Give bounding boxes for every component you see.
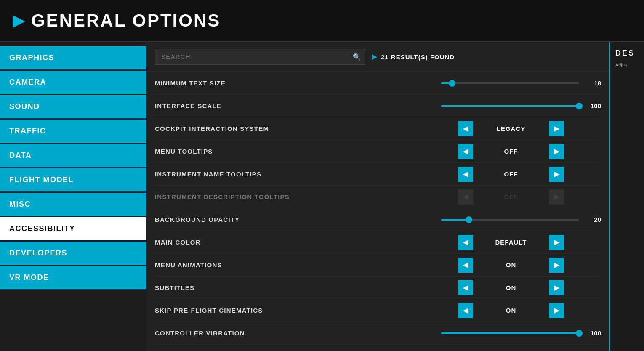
- slider-thumb-min-text-size[interactable]: [449, 80, 455, 87]
- search-bar: 🔍 ▶ 21 RESULT(S) FOUND: [146, 42, 609, 72]
- right-panel: DES Adjus: [609, 42, 644, 351]
- setting-label-menu-tooltips: MENU TOOLTIPS: [155, 148, 458, 155]
- sidebar-item-camera[interactable]: CAMERA: [0, 71, 146, 94]
- setting-row-main-color: MAIN COLOR◀DEFAULT▶: [155, 231, 601, 254]
- slider-control-min-text-size: 18: [441, 80, 601, 87]
- setting-row-background-opacity: BACKGROUND OPACITY20: [155, 208, 601, 231]
- toggle-right-btn-cockpit-interaction[interactable]: ▶: [549, 121, 564, 136]
- setting-row-subtitles: SUBTITLES◀ON▶: [155, 277, 601, 299]
- setting-row-menu-animations: MENU ANIMATIONS◀ON▶: [155, 254, 601, 277]
- cursor-settings-header: CURSOR SETTINGS: [155, 345, 601, 351]
- setting-row-min-text-size: MINIMUM TEXT SIZE18: [155, 72, 601, 95]
- sidebar-item-label-developers: DEVELOPERS: [9, 249, 67, 258]
- sidebar-item-graphics[interactable]: GRAPHICS: [0, 46, 146, 69]
- toggle-left-btn-main-color[interactable]: ◀: [458, 235, 473, 250]
- slider-thumb-background-opacity[interactable]: [466, 216, 472, 223]
- sidebar-item-label-graphics: GRAPHICS: [9, 53, 54, 62]
- setting-row-skip-preflight: SKIP PRE-FLIGHT CINEMATICS◀ON▶: [155, 299, 601, 322]
- setting-label-main-color: MAIN COLOR: [155, 239, 458, 246]
- toggle-control-menu-tooltips: ◀OFF▶: [458, 144, 601, 159]
- toggle-value-menu-tooltips: OFF: [473, 148, 549, 155]
- sidebar-item-label-flight-model: FLIGHT MODEL: [9, 176, 74, 184]
- sidebar: GRAPHICSCAMERASOUNDTRAFFICDATAFLIGHT MOD…: [0, 42, 146, 351]
- slider-control-background-opacity: 20: [441, 216, 601, 223]
- toggle-left-btn-instrument-desc-tooltips: ◀: [458, 189, 473, 205]
- toggle-right-btn-skip-preflight[interactable]: ▶: [549, 303, 564, 318]
- toggle-control-instrument-name-tooltips: ◀OFF▶: [458, 167, 601, 182]
- sidebar-item-data[interactable]: DATA: [0, 144, 146, 167]
- setting-label-cockpit-interaction: COCKPIT INTERACTION SYSTEM: [155, 125, 458, 132]
- slider-value-min-text-size: 18: [584, 80, 601, 87]
- toggle-value-cockpit-interaction: LEGACY: [473, 125, 549, 132]
- slider-track-interface-scale[interactable]: [441, 105, 579, 107]
- sidebar-item-label-data: DATA: [9, 151, 32, 160]
- sidebar-item-vr-mode[interactable]: VR MODE: [0, 266, 146, 289]
- toggle-left-btn-instrument-name-tooltips[interactable]: ◀: [458, 167, 473, 182]
- sidebar-item-accessibility[interactable]: ACCESSIBILITY: [0, 217, 146, 240]
- setting-row-cockpit-interaction: COCKPIT INTERACTION SYSTEM◀LEGACY▶: [155, 117, 601, 140]
- toggle-value-menu-animations: ON: [473, 261, 549, 269]
- slider-fill-controller-vibration: [441, 332, 579, 334]
- slider-thumb-controller-vibration[interactable]: [576, 330, 583, 337]
- slider-thumb-interface-scale[interactable]: [576, 103, 583, 109]
- results-arrow-icon: ▶: [372, 53, 378, 61]
- sidebar-item-label-accessibility: ACCESSIBILITY: [9, 224, 75, 233]
- right-panel-description: Adjus: [615, 62, 639, 68]
- toggle-right-btn-instrument-desc-tooltips: ▶: [549, 189, 564, 205]
- sidebar-item-label-vr-mode: VR MODE: [9, 273, 49, 282]
- header-icon: ▶: [13, 12, 24, 29]
- sidebar-item-label-sound: SOUND: [9, 102, 40, 111]
- toggle-control-cockpit-interaction: ◀LEGACY▶: [458, 121, 601, 136]
- toggle-right-btn-subtitles[interactable]: ▶: [549, 280, 564, 295]
- setting-label-min-text-size: MINIMUM TEXT SIZE: [155, 80, 441, 87]
- toggle-right-btn-main-color[interactable]: ▶: [549, 235, 564, 250]
- slider-track-background-opacity[interactable]: [441, 219, 579, 221]
- toggle-left-btn-subtitles[interactable]: ◀: [458, 280, 473, 295]
- sidebar-item-misc[interactable]: MISC: [0, 193, 146, 216]
- sidebar-item-label-camera: CAMERA: [9, 78, 46, 87]
- search-input[interactable]: [155, 49, 365, 65]
- setting-row-interface-scale: INTERFACE SCALE100: [155, 95, 601, 117]
- page-title: GENERAL OPTIONS: [31, 11, 221, 31]
- toggle-right-btn-menu-animations[interactable]: ▶: [549, 258, 564, 273]
- slider-track-min-text-size[interactable]: [441, 82, 579, 84]
- setting-label-menu-animations: MENU ANIMATIONS: [155, 261, 458, 269]
- toggle-left-btn-cockpit-interaction[interactable]: ◀: [458, 121, 473, 136]
- setting-row-instrument-name-tooltips: INSTRUMENT NAME TOOLTIPS◀OFF▶: [155, 163, 601, 186]
- setting-row-instrument-desc-tooltips: INSTRUMENT DESCRIPTION TOOLTIPS◀OFF▶: [155, 186, 601, 208]
- toggle-left-btn-menu-animations[interactable]: ◀: [458, 258, 473, 273]
- slider-control-interface-scale: 100: [441, 102, 601, 109]
- toggle-left-btn-menu-tooltips[interactable]: ◀: [458, 144, 473, 159]
- toggle-value-instrument-name-tooltips: OFF: [473, 170, 549, 178]
- sidebar-item-flight-model[interactable]: FLIGHT MODEL: [0, 168, 146, 191]
- setting-label-background-opacity: BACKGROUND OPACITY: [155, 216, 441, 223]
- toggle-value-skip-preflight: ON: [473, 307, 549, 314]
- setting-row-controller-vibration: CONTROLLER VIBRATION100: [155, 322, 601, 345]
- sidebar-item-developers[interactable]: DEVELOPERS: [0, 242, 146, 265]
- header: ▶ GENERAL OPTIONS: [0, 0, 644, 42]
- content-area: 🔍 ▶ 21 RESULT(S) FOUND MINIMUM TEXT SIZE…: [146, 42, 609, 351]
- slider-value-background-opacity: 20: [584, 216, 601, 223]
- slider-value-interface-scale: 100: [584, 102, 601, 109]
- sidebar-item-traffic[interactable]: TRAFFIC: [0, 120, 146, 143]
- sidebar-item-sound[interactable]: SOUND: [0, 95, 146, 118]
- toggle-right-btn-instrument-name-tooltips[interactable]: ▶: [549, 167, 564, 182]
- toggle-left-btn-skip-preflight[interactable]: ◀: [458, 303, 473, 318]
- toggle-value-subtitles: ON: [473, 284, 549, 291]
- right-panel-title: DES: [615, 49, 639, 58]
- toggle-control-main-color: ◀DEFAULT▶: [458, 235, 601, 250]
- toggle-right-btn-menu-tooltips[interactable]: ▶: [549, 144, 564, 159]
- sidebar-item-label-misc: MISC: [9, 200, 31, 209]
- main-layout: GRAPHICSCAMERASOUNDTRAFFICDATAFLIGHT MOD…: [0, 42, 644, 351]
- search-icon: 🔍: [353, 53, 361, 61]
- search-input-wrapper: 🔍: [155, 49, 365, 65]
- setting-label-instrument-desc-tooltips: INSTRUMENT DESCRIPTION TOOLTIPS: [155, 193, 458, 200]
- toggle-control-skip-preflight: ◀ON▶: [458, 303, 601, 318]
- slider-control-controller-vibration: 100: [441, 330, 601, 337]
- setting-label-skip-preflight: SKIP PRE-FLIGHT CINEMATICS: [155, 307, 458, 314]
- slider-track-controller-vibration[interactable]: [441, 332, 579, 334]
- setting-label-controller-vibration: CONTROLLER VIBRATION: [155, 330, 441, 337]
- toggle-value-main-color: DEFAULT: [473, 239, 549, 246]
- sidebar-item-label-traffic: TRAFFIC: [9, 127, 46, 136]
- slider-value-controller-vibration: 100: [584, 330, 601, 337]
